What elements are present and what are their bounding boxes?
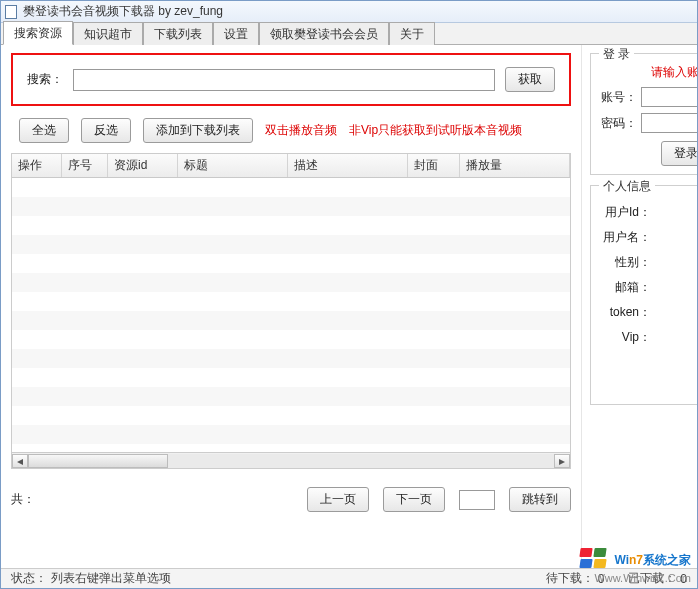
- col-desc[interactable]: 描述: [288, 154, 408, 177]
- pending-label: 待下载：: [546, 570, 594, 587]
- app-window: 樊登读书会音视频下载器 by zev_fung 搜索资源 知识超市 下载列表 设…: [0, 0, 698, 589]
- watermark-url: Www.Winwin7.Com: [594, 572, 691, 584]
- app-icon: [5, 5, 17, 19]
- field-userid-label: 用户Id：: [599, 204, 651, 221]
- status-label: 状态：: [11, 570, 47, 587]
- next-page-button[interactable]: 下一页: [383, 487, 445, 512]
- status-text: 列表右键弹出菜单选项: [51, 570, 171, 587]
- account-label: 账号：: [599, 89, 637, 106]
- main-panel: 搜索： 获取 全选 反选 添加到下载列表 双击播放音频 非Vip只能获取到试听版…: [1, 45, 581, 568]
- tab-about[interactable]: 关于: [389, 22, 435, 45]
- col-resource-id[interactable]: 资源id: [108, 154, 178, 177]
- tab-get-membership[interactable]: 领取樊登读书会会员: [259, 22, 389, 45]
- search-box: 搜索： 获取: [11, 53, 571, 106]
- col-cover[interactable]: 封面: [408, 154, 460, 177]
- invert-select-button[interactable]: 反选: [81, 118, 131, 143]
- profile-fields: 用户Id： 用户名： 性别： 邮箱： token： Vip：: [599, 204, 697, 346]
- field-gender-label: 性别：: [599, 254, 651, 271]
- tabstrip: 搜索资源 知识超市 下载列表 设置 领取樊登读书会会员 关于: [1, 23, 697, 45]
- titlebar[interactable]: 樊登读书会音视频下载器 by zev_fung: [1, 1, 697, 23]
- fetch-button[interactable]: 获取: [505, 67, 555, 92]
- side-panel: 登 录 请输入账号 账号： 密码： 登录 个人信息 用户Id： 用户: [581, 45, 697, 568]
- total-label: 共：: [11, 491, 35, 508]
- col-action[interactable]: 操作: [12, 154, 62, 177]
- add-to-download-button[interactable]: 添加到下载列表: [143, 118, 253, 143]
- field-email-label: 邮箱：: [599, 279, 651, 296]
- watermark: Win7系统之家: [580, 548, 691, 570]
- tab-settings[interactable]: 设置: [213, 22, 259, 45]
- login-group: 登 录 请输入账号 账号： 密码： 登录: [590, 53, 697, 175]
- scroll-left-icon[interactable]: ◂: [12, 454, 28, 468]
- profile-title: 个人信息: [599, 178, 655, 195]
- grid-body[interactable]: [12, 178, 570, 453]
- watermark-brand: Win7系统之家: [614, 549, 691, 569]
- col-index[interactable]: 序号: [62, 154, 108, 177]
- grid-header: 操作 序号 资源id 标题 描述 封面 播放量: [12, 154, 570, 178]
- tab-download-list[interactable]: 下载列表: [143, 22, 213, 45]
- account-input[interactable]: [641, 87, 697, 107]
- search-input[interactable]: [73, 69, 495, 91]
- login-hint: 请输入账号: [599, 64, 697, 81]
- scroll-thumb[interactable]: [28, 454, 168, 468]
- field-vip-label: Vip：: [599, 329, 651, 346]
- results-grid[interactable]: 操作 序号 资源id 标题 描述 封面 播放量: [11, 153, 571, 453]
- login-title: 登 录: [599, 46, 634, 63]
- profile-group: 个人信息 用户Id： 用户名： 性别： 邮箱： token： Vip：: [590, 185, 697, 405]
- col-title[interactable]: 标题: [178, 154, 288, 177]
- scroll-right-icon[interactable]: ▸: [554, 454, 570, 468]
- password-label: 密码：: [599, 115, 637, 132]
- login-button[interactable]: 登录: [661, 141, 697, 166]
- scroll-track[interactable]: [28, 454, 554, 468]
- tab-search-resources[interactable]: 搜索资源: [3, 21, 73, 45]
- window-title: 樊登读书会音视频下载器 by zev_fung: [23, 3, 223, 20]
- windows-logo-icon: [580, 548, 608, 570]
- hint-dblclick-play: 双击播放音频: [265, 122, 337, 139]
- statusbar: 状态： 列表右键弹出菜单选项 待下载： 0 已下载： 0: [1, 568, 697, 588]
- prev-page-button[interactable]: 上一页: [307, 487, 369, 512]
- select-all-button[interactable]: 全选: [19, 118, 69, 143]
- jump-button[interactable]: 跳转到: [509, 487, 571, 512]
- password-input[interactable]: [641, 113, 697, 133]
- grid-h-scrollbar[interactable]: ◂ ▸: [11, 453, 571, 469]
- hint-nonvip: 非Vip只能获取到试听版本音视频: [349, 122, 522, 139]
- pager: 共： 上一页 下一页 跳转到: [11, 487, 571, 512]
- field-username-label: 用户名：: [599, 229, 651, 246]
- toolbar-row: 全选 反选 添加到下载列表 双击播放音频 非Vip只能获取到试听版本音视频: [11, 118, 571, 143]
- page-input[interactable]: [459, 490, 495, 510]
- search-label: 搜索：: [27, 71, 63, 88]
- col-plays[interactable]: 播放量: [460, 154, 570, 177]
- tab-knowledge-market[interactable]: 知识超市: [73, 22, 143, 45]
- field-token-label: token：: [599, 304, 651, 321]
- content-area: 搜索： 获取 全选 反选 添加到下载列表 双击播放音频 非Vip只能获取到试听版…: [1, 45, 697, 568]
